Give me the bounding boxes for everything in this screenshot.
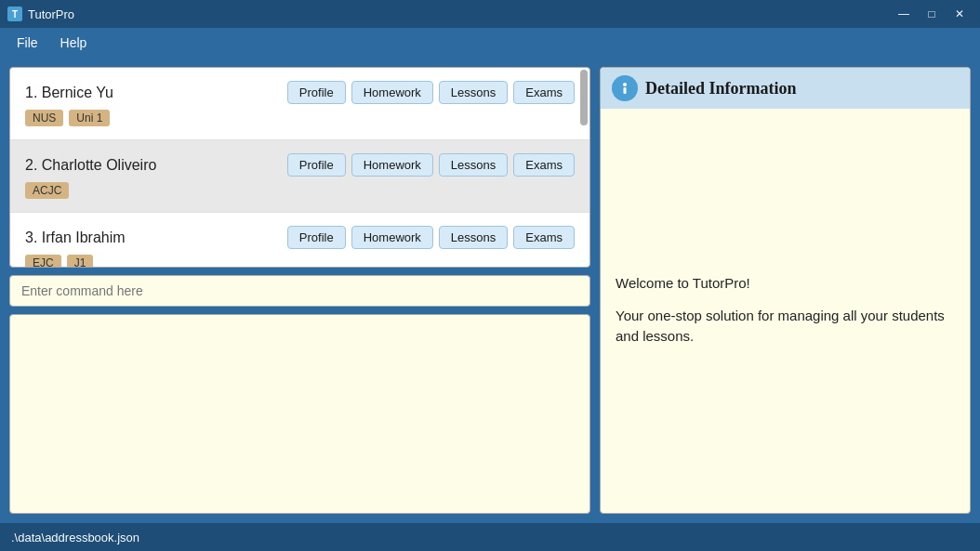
lessons-btn-1[interactable]: Lessons [439,81,508,104]
student-header-1: 1. Bernice Yu Profile Homework Lessons E… [25,81,575,104]
student-actions-3: Profile Homework Lessons Exams [287,226,575,249]
student-item-1: 1. Bernice Yu Profile Homework Lessons E… [10,68,589,140]
detail-title: Detailed Information [645,79,796,98]
main-content: 1. Bernice Yu Profile Homework Lessons E… [0,58,980,523]
minimize-button[interactable]: — [891,5,917,23]
homework-btn-3[interactable]: Homework [351,226,433,249]
student-list: 1. Bernice Yu Profile Homework Lessons E… [9,67,590,268]
lessons-btn-3[interactable]: Lessons [439,226,508,249]
student-tags-1: NUS Uni 1 [25,110,575,126]
student-name-1: 1. Bernice Yu [25,85,113,101]
info-icon [612,75,638,101]
tag-uni1: Uni 1 [69,110,110,126]
tag-acjc: ACJC [25,182,69,199]
menu-file[interactable]: File [7,32,47,54]
exams-btn-2[interactable]: Exams [513,153,575,177]
student-name-3: 3. Irfan Ibrahim [25,230,126,246]
welcome-text: Welcome to TutorPro! [616,275,750,291]
student-actions-2: Profile Homework Lessons Exams [287,153,575,177]
student-item-2: 2. Charlotte Oliveiro Profile Homework L… [10,140,589,213]
info-svg [616,80,633,97]
svg-point-0 [623,83,627,86]
menu-bar: File Help [0,28,980,58]
left-panel: 1. Bernice Yu Profile Homework Lessons E… [9,67,590,514]
detail-panel: Detailed Information Welcome to TutorPro… [600,67,971,514]
app-icon: T [7,7,22,21]
student-header-3: 3. Irfan Ibrahim Profile Homework Lesson… [25,226,575,249]
profile-btn-1[interactable]: Profile [287,81,346,104]
status-bar: .\data\addressbook.json [0,523,980,551]
tag-ejc: EJC [25,255,61,268]
profile-btn-2[interactable]: Profile [287,153,346,177]
student-item-3: 3. Irfan Ibrahim Profile Homework Lesson… [10,213,589,268]
app-title: TutorPro [28,7,74,21]
student-header-2: 2. Charlotte Oliveiro Profile Homework L… [25,153,575,177]
maximize-button[interactable]: □ [919,5,945,23]
exams-btn-3[interactable]: Exams [513,226,575,249]
scrollbar[interactable] [580,70,588,125]
student-actions-1: Profile Homework Lessons Exams [287,81,575,104]
homework-btn-1[interactable]: Homework [351,81,433,104]
detail-body: Welcome to TutorPro! Your one-stop solut… [601,109,970,513]
profile-btn-3[interactable]: Profile [287,226,346,249]
student-name-2: 2. Charlotte Oliveiro [25,157,156,174]
detail-header: Detailed Information [601,68,970,109]
svg-rect-1 [624,87,627,94]
student-tags-3: EJC J1 [25,255,575,268]
welcome-description: Your one-stop solution for managing all … [616,306,955,348]
status-path: .\data\addressbook.json [11,531,139,544]
command-input[interactable] [9,275,590,307]
menu-help[interactable]: Help [51,32,97,54]
homework-btn-2[interactable]: Homework [351,153,433,177]
tag-nus: NUS [25,110,63,126]
tag-j1: J1 [67,255,94,268]
exams-btn-1[interactable]: Exams [513,81,575,104]
output-area [9,314,590,515]
title-bar-controls: — □ ✕ [891,5,973,23]
title-bar: T TutorPro — □ ✕ [0,0,980,28]
title-bar-left: T TutorPro [7,7,74,21]
lessons-btn-2[interactable]: Lessons [439,153,508,177]
close-button[interactable]: ✕ [947,5,973,23]
student-tags-2: ACJC [25,182,575,199]
